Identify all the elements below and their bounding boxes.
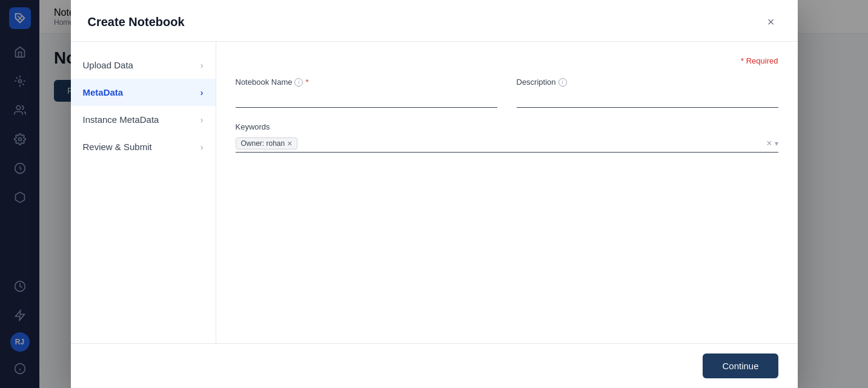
notebook-name-info-icon: i	[294, 78, 303, 87]
continue-button[interactable]: Continue	[703, 353, 778, 378]
step-review-submit-label: Review & Submit	[83, 142, 152, 152]
keywords-controls[interactable]: × ▾	[766, 138, 778, 149]
modal-body: Upload Data › MetaData › Instance MetaDa…	[71, 42, 798, 343]
description-input[interactable]	[517, 90, 778, 108]
step-review-submit[interactable]: Review & Submit ›	[71, 133, 216, 160]
keywords-field: Keywords Owner: rohan × × ▾	[236, 122, 778, 153]
description-field: Description i	[517, 77, 778, 108]
form-row-name-desc: Notebook Name i * Description i	[236, 77, 778, 108]
modal-header: Create Notebook ×	[71, 0, 798, 42]
keyword-tag-owner-rohan: Owner: rohan ×	[236, 137, 298, 150]
step-upload-data[interactable]: Upload Data ›	[71, 51, 216, 79]
step-metadata-label: MetaData	[83, 87, 124, 97]
keywords-dropdown-icon[interactable]: ▾	[775, 139, 778, 148]
keywords-input-container[interactable]: Owner: rohan × × ▾	[236, 135, 778, 153]
step-review-submit-chevron: ›	[200, 142, 204, 152]
step-metadata[interactable]: MetaData ›	[71, 79, 216, 106]
step-upload-data-chevron: ›	[200, 61, 204, 70]
keywords-clear-icon[interactable]: ×	[766, 138, 772, 149]
keyword-tag-label: Owner: rohan	[241, 139, 285, 148]
modal-box: Create Notebook × Upload Data › MetaData…	[71, 0, 798, 388]
required-note: * Required	[236, 56, 778, 65]
step-instance-metadata-chevron: ›	[200, 115, 204, 125]
description-label: Description i	[517, 77, 778, 87]
create-notebook-modal: Create Notebook × Upload Data › MetaData…	[0, 0, 868, 388]
step-instance-metadata-label: Instance MetaData	[83, 114, 159, 125]
modal-footer: Continue	[71, 343, 798, 388]
keywords-label: Keywords	[236, 122, 778, 131]
notebook-name-label: Notebook Name i *	[236, 77, 497, 87]
step-instance-metadata[interactable]: Instance MetaData ›	[71, 106, 216, 133]
notebook-name-field: Notebook Name i *	[236, 77, 497, 108]
step-metadata-chevron: ›	[200, 88, 204, 97]
form-spacer	[236, 167, 778, 329]
notebook-name-required: *	[305, 77, 308, 87]
description-info-icon: i	[558, 78, 567, 87]
form-area: * Required Notebook Name i *	[216, 42, 798, 343]
modal-title: Create Notebook	[88, 15, 185, 29]
notebook-name-input[interactable]	[236, 90, 497, 108]
wizard-steps: Upload Data › MetaData › Instance MetaDa…	[71, 42, 216, 343]
step-upload-data-label: Upload Data	[83, 60, 133, 70]
keyword-tag-remove[interactable]: ×	[287, 139, 292, 148]
modal-close-button[interactable]: ×	[761, 12, 781, 31]
